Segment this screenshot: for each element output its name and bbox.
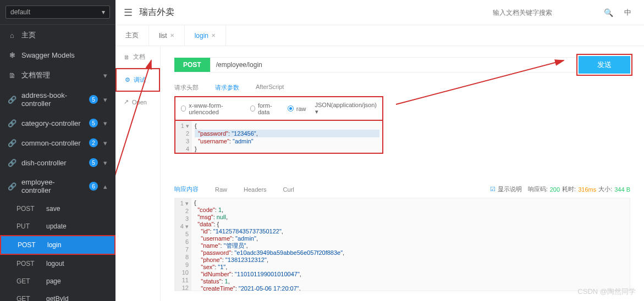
- status-code: 200: [550, 186, 560, 193]
- nav-controller-employee[interactable]: 🔗 employee-controller 6 ▴: [0, 172, 115, 200]
- nav-docs[interactable]: 🗎 文档管理 ▾: [0, 65, 115, 86]
- tab-list[interactable]: list ✕: [149, 25, 185, 46]
- count-badge: 2: [89, 138, 98, 147]
- bug-icon: ⚙: [125, 76, 130, 83]
- mode-debug[interactable]: ⚙ 调试: [115, 68, 160, 92]
- nav-controller-dish[interactable]: 🔗 dish-controller 5 ▾: [0, 153, 115, 172]
- endpoint-update[interactable]: PUT update: [0, 218, 115, 235]
- main-area: ☰ 瑞吉外卖 🔍 中 主页 list ✕ login ✕ 🗎 文档 ⚙ 调试: [115, 0, 644, 301]
- sidebar-selector-wrap: default ▾: [0, 0, 115, 25]
- link-icon: 🔗: [8, 182, 16, 190]
- radio-raw[interactable]: raw: [288, 105, 306, 112]
- header: ☰ 瑞吉外卖 🔍 中: [115, 0, 644, 25]
- endpoint-save[interactable]: POST save: [0, 200, 115, 218]
- home-icon: ⌂: [8, 31, 16, 39]
- url-input[interactable]: [210, 57, 579, 73]
- rtab-raw[interactable]: Raw: [215, 186, 227, 193]
- rtab-body[interactable]: 响应内容: [174, 185, 199, 193]
- doc-tabs: 主页 list ✕ login ✕: [115, 25, 644, 46]
- close-icon[interactable]: ✕: [211, 32, 216, 38]
- nav-docs-label: 文档管理: [21, 70, 98, 80]
- nav-swagger-label: Swagger Models: [21, 51, 107, 59]
- count-badge: 6: [89, 182, 98, 191]
- nav-controller-category[interactable]: 🔗 category-controller 5 ▾: [0, 113, 115, 133]
- response-tabs: 响应内容 Raw Headers Curl ☑ 显示说明 响应码: 200 耗时…: [174, 181, 630, 198]
- radio-formdata[interactable]: form-data: [250, 102, 279, 115]
- nav: ⌂ 主页 ❃ Swagger Models 🗎 文档管理 ▾ 🔗 address…: [0, 25, 115, 301]
- nav-swagger-models[interactable]: ❃ Swagger Models: [0, 46, 115, 65]
- link-icon: 🔗: [8, 159, 16, 166]
- radio-icon: [288, 105, 294, 112]
- chevron-down-icon: ▾: [103, 159, 107, 167]
- sidebar: default ▾ ⌂ 主页 ❃ Swagger Models 🗎 文档管理 ▾…: [0, 0, 115, 301]
- chevron-up-icon: ▴: [103, 182, 107, 191]
- count-badge: 5: [89, 158, 98, 167]
- selector-label: default: [10, 8, 30, 16]
- nav-controller-address-book[interactable]: 🔗 address-book-controller 5 ▾: [0, 86, 115, 113]
- models-icon: ❃: [8, 52, 16, 59]
- code-area: { "code": 1, "msg": null, "data": { "id"…: [191, 198, 630, 291]
- response-time: 316ms: [578, 186, 596, 193]
- gutter: 1 ▾234: [175, 121, 192, 153]
- response-size: 344 B: [614, 186, 630, 193]
- search-input[interactable]: [487, 6, 597, 19]
- send-button[interactable]: 发送: [579, 56, 630, 74]
- chevron-down-icon: ▾: [103, 96, 107, 104]
- endpoint-getbyid[interactable]: GET getById: [0, 290, 115, 301]
- view-mode-panel: 🗎 文档 ⚙ 调试 ↗ Open: [115, 46, 161, 301]
- count-badge: 5: [89, 119, 98, 127]
- request-body-editor[interactable]: 1 ▾234 { "password": "123456", "username…: [174, 121, 383, 154]
- menu-toggle-icon[interactable]: ☰: [124, 7, 133, 19]
- language-toggle[interactable]: 中: [620, 8, 636, 18]
- endpoint-login[interactable]: POST login: [0, 235, 115, 255]
- ptab-params[interactable]: 请求参数: [215, 83, 239, 92]
- count-badge: 5: [89, 95, 98, 104]
- app-title: 瑞吉外卖: [139, 7, 481, 18]
- checkbox-icon[interactable]: ☑: [490, 186, 496, 193]
- tab-home[interactable]: 主页: [115, 25, 149, 46]
- chevron-down-icon: ▾: [103, 71, 107, 80]
- endpoint-logout[interactable]: POST logout: [0, 255, 115, 272]
- ptab-afterscript[interactable]: AfterScript: [256, 83, 284, 92]
- method-badge: POST: [174, 58, 210, 72]
- body-type-row: x-www-form-urlencoded form-data raw JSON…: [174, 96, 383, 121]
- doc-icon: 🗎: [8, 71, 16, 79]
- content-type-select[interactable]: JSON(application/json) ▾: [315, 102, 377, 115]
- radio-icon: [250, 105, 255, 112]
- param-tabs: 请求头部 请求参数 AfterScript: [174, 79, 630, 96]
- response-info: ☑ 显示说明 响应码: 200 耗时: 316ms 大小: 344 B: [490, 185, 630, 193]
- ptab-headers[interactable]: 请求头部: [174, 83, 199, 92]
- content: 🗎 文档 ⚙ 调试 ↗ Open POST 发送 请求头部 请求参数: [115, 46, 644, 301]
- link-icon: 🔗: [8, 139, 16, 147]
- project-selector[interactable]: default ▾: [5, 5, 110, 19]
- nav-home-label: 主页: [21, 30, 107, 40]
- tab-login[interactable]: login ✕: [185, 25, 226, 46]
- chevron-down-icon: ▾: [103, 119, 107, 127]
- endpoint-page[interactable]: GET page: [0, 272, 115, 290]
- url-row: POST 发送: [174, 56, 630, 74]
- nav-home[interactable]: ⌂ 主页: [0, 25, 115, 46]
- chevron-down-icon: ▾: [102, 8, 105, 16]
- mode-open[interactable]: ↗ Open: [115, 92, 160, 112]
- gutter: 1 ▾234 ▾56789101112131415161718 ▾: [175, 198, 191, 291]
- mode-doc[interactable]: 🗎 文档: [115, 46, 160, 68]
- chevron-down-icon: ▾: [103, 139, 107, 147]
- response-body-editor[interactable]: 1 ▾234 ▾56789101112131415161718 ▾ { "cod…: [174, 198, 630, 291]
- radio-urlencoded[interactable]: x-www-form-urlencoded: [181, 102, 241, 115]
- code-area[interactable]: { "password": "123456", "username": "adm…: [192, 121, 382, 153]
- link-icon: 🔗: [8, 119, 16, 127]
- open-icon: ↗: [124, 98, 129, 105]
- search-icon[interactable]: 🔍: [604, 8, 613, 17]
- rtab-curl[interactable]: Curl: [283, 186, 294, 193]
- nav-controller-common[interactable]: 🔗 common-controller 2 ▾: [0, 133, 115, 153]
- doc-icon: 🗎: [124, 54, 130, 60]
- rtab-headers[interactable]: Headers: [244, 186, 267, 193]
- radio-icon: [181, 105, 186, 112]
- link-icon: 🔗: [8, 96, 16, 103]
- close-icon[interactable]: ✕: [170, 32, 174, 38]
- endpoint-area: POST 发送 请求头部 请求参数 AfterScript x-www-form…: [161, 46, 644, 301]
